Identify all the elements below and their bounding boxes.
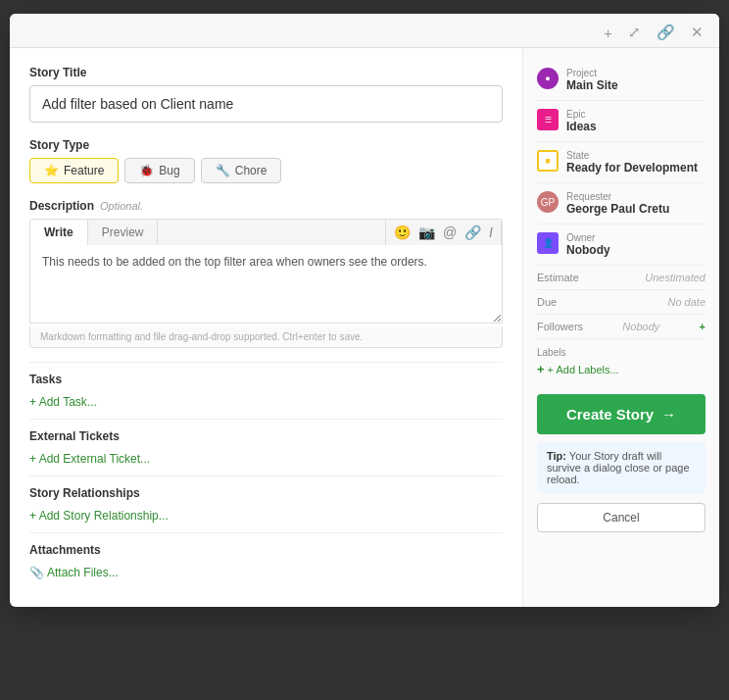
cancel-label: Cancel (603, 511, 639, 525)
type-chore-button[interactable]: 🔧 Chore (201, 158, 282, 183)
expand-icon[interactable]: ⤢ (624, 22, 645, 43)
mention-icon[interactable]: @ (443, 225, 457, 240)
description-label-row: Description Optional. (29, 199, 503, 213)
project-item: ● Project Main Site (537, 60, 705, 101)
add-labels-button[interactable]: + + Add Labels... (537, 362, 619, 376)
tip-label: Tip: (547, 450, 566, 462)
modal-right-panel: ● Project Main Site ☰ Epic Ideas (523, 48, 719, 607)
feature-label: Feature (64, 164, 104, 177)
external-tickets-label: External Tickets (29, 429, 503, 443)
attach-files-label: Attach Files... (47, 566, 119, 579)
estimate-label: Estimate (537, 272, 579, 283)
add-external-ticket-label: + Add External Ticket... (29, 452, 150, 466)
project-info: Project Main Site (566, 68, 618, 92)
story-relationships-label: Story Relationships (29, 486, 503, 500)
description-footer: Markdown formatting and file drag-and-dr… (29, 326, 503, 348)
tab-write[interactable]: Write (30, 220, 88, 245)
description-optional: Optional. (100, 200, 143, 212)
italic-icon[interactable]: I (489, 225, 493, 240)
project-label: Project (566, 68, 618, 78)
tab-preview[interactable]: Preview (88, 220, 159, 245)
bug-icon: 🐞 (139, 164, 154, 177)
owner-item: 👤 Owner Nobody (537, 225, 705, 266)
state-item: ■ State Ready for Development (537, 142, 705, 183)
story-relationships-section: Story Relationships + Add Story Relation… (29, 486, 503, 523)
description-section: Description Optional. Write Preview 🙂 📷 … (29, 199, 503, 348)
story-title-label: Story Title (29, 66, 503, 79)
chore-icon: 🔧 (216, 164, 230, 177)
type-feature-button[interactable]: ⭐ Feature (29, 158, 119, 183)
modal-body: Story Title Story Type ⭐ Feature 🐞 Bug 🔧 (10, 48, 719, 607)
chore-label: Chore (235, 164, 267, 177)
cancel-button[interactable]: Cancel (537, 503, 705, 532)
tip-box: Tip: Your Story draft will survive a dia… (537, 442, 705, 493)
epic-value: Ideas (566, 120, 597, 133)
link-toolbar-icon[interactable]: 🔗 (464, 225, 481, 240)
story-type-section: Story Type ⭐ Feature 🐞 Bug 🔧 Chore (29, 138, 503, 183)
estimate-value: Unestimated (645, 272, 705, 283)
followers-row: Followers Nobody + (537, 315, 705, 339)
due-label: Due (537, 296, 557, 308)
external-tickets-section: External Tickets + Add External Ticket..… (29, 429, 503, 466)
add-icon[interactable]: + (600, 23, 616, 43)
feature-icon: ⭐ (44, 164, 59, 177)
requester-info: Requester George Paul Cretu (566, 191, 669, 216)
epic-info: Epic Ideas (566, 109, 597, 133)
labels-label: Labels (537, 347, 705, 358)
link-icon[interactable]: 🔗 (653, 22, 679, 43)
create-story-button[interactable]: Create Story → (537, 394, 705, 434)
state-icon: ■ (537, 150, 559, 172)
type-bug-button[interactable]: 🐞 Bug (124, 158, 194, 183)
attachments-label: Attachments (29, 543, 503, 557)
project-icon: ● (537, 68, 559, 89)
add-task-button[interactable]: + Add Task... (29, 395, 97, 409)
add-story-relationship-label: + Add Story Relationship... (29, 509, 169, 523)
state-label: State (566, 150, 698, 161)
description-label: Description (29, 199, 94, 213)
create-story-modal: + ⤢ 🔗 ✕ Story Title Story Type ⭐ Feature… (10, 14, 719, 607)
epic-item: ☰ Epic Ideas (537, 101, 705, 142)
description-toolbar: 🙂 📷 @ 🔗 I (385, 220, 502, 245)
owner-info: Owner Nobody (566, 232, 610, 257)
description-textarea[interactable]: This needs to be added on the top filter… (29, 245, 503, 324)
requester-item: GP Requester George Paul Cretu (537, 183, 705, 225)
epic-label: Epic (566, 109, 597, 120)
story-type-buttons: ⭐ Feature 🐞 Bug 🔧 Chore (29, 158, 503, 183)
owner-label: Owner (566, 232, 610, 243)
tasks-label: Tasks (29, 373, 503, 386)
create-story-arrow-icon: → (661, 406, 676, 423)
add-task-label: + Add Task... (29, 395, 97, 409)
add-labels-plus-icon: + (537, 362, 545, 376)
estimate-row: Estimate Unestimated (537, 266, 705, 290)
requester-label: Requester (566, 191, 669, 202)
story-type-label: Story Type (29, 138, 503, 152)
attach-icon: 📎 (29, 566, 44, 579)
followers-add-button[interactable]: + (700, 321, 705, 332)
state-info: State Ready for Development (566, 150, 698, 175)
owner-value: Nobody (566, 243, 610, 257)
close-icon[interactable]: ✕ (687, 22, 707, 43)
epic-icon: ☰ (537, 109, 559, 130)
project-value: Main Site (566, 78, 618, 92)
requester-value: George Paul Cretu (566, 202, 669, 216)
state-value: Ready for Development (566, 161, 698, 175)
add-external-ticket-button[interactable]: + Add External Ticket... (29, 452, 150, 466)
due-row: Due No date (537, 290, 705, 315)
story-title-input[interactable] (29, 85, 503, 123)
requester-avatar: GP (537, 191, 559, 213)
description-tabs: Write Preview 🙂 📷 @ 🔗 I (29, 219, 503, 245)
add-labels-label: + Add Labels... (548, 364, 619, 375)
tip-text: Your Story draft will survive a dialog c… (547, 450, 690, 485)
create-story-label: Create Story (566, 406, 654, 423)
add-story-relationship-button[interactable]: + Add Story Relationship... (29, 509, 169, 523)
modal-left-panel: Story Title Story Type ⭐ Feature 🐞 Bug 🔧 (10, 48, 523, 607)
tasks-section: Tasks + Add Task... (29, 373, 503, 409)
attachments-section: Attachments 📎 Attach Files... (29, 543, 503, 579)
modal-header: + ⤢ 🔗 ✕ (10, 14, 719, 48)
emoji-icon[interactable]: 🙂 (394, 225, 411, 240)
attach-files-button[interactable]: 📎 Attach Files... (29, 566, 119, 579)
image-icon[interactable]: 📷 (418, 225, 435, 240)
bug-label: Bug (159, 164, 179, 177)
due-value: No date (667, 296, 705, 308)
followers-value: Nobody (622, 321, 659, 332)
